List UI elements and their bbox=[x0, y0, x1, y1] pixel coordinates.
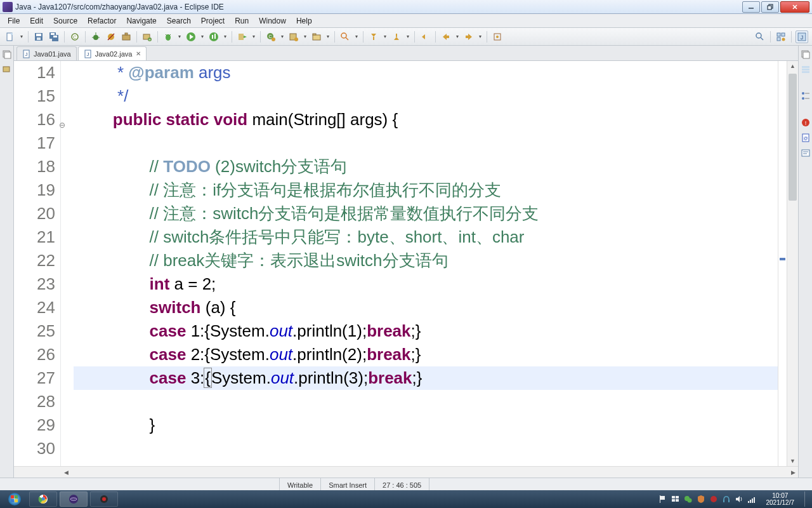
scroll-thumb[interactable] bbox=[789, 74, 797, 201]
javadoc-view-icon[interactable]: @ bbox=[800, 132, 811, 144]
save-all-button[interactable] bbox=[48, 30, 60, 43]
package-explorer-icon[interactable] bbox=[1, 64, 13, 75]
restore-right-view-button[interactable] bbox=[800, 48, 811, 60]
run-last-dropdown[interactable]: ▾ bbox=[251, 34, 256, 39]
forward-dropdown[interactable]: ▾ bbox=[478, 34, 483, 39]
tray-windows-icon[interactable] bbox=[671, 495, 680, 504]
menu-edit[interactable]: Edit bbox=[25, 15, 48, 27]
overview-ruler[interactable] bbox=[778, 61, 787, 466]
tray-record-icon[interactable] bbox=[709, 495, 718, 504]
back-dropdown[interactable]: ▾ bbox=[455, 34, 460, 39]
prev-annotation-button[interactable] bbox=[390, 30, 403, 43]
pin-editor-button[interactable] bbox=[491, 30, 504, 43]
main-toolbar: ▾ C + ▾ ▾ ▾ ▾ C▾ ▾ ▾ ▾ ▾ ▾ ▾ ▾ J bbox=[0, 28, 812, 46]
restore-view-button[interactable] bbox=[1, 48, 13, 60]
declaration-view-icon[interactable] bbox=[800, 147, 811, 159]
svg-text:@: @ bbox=[803, 136, 808, 140]
taskbar-chrome[interactable] bbox=[29, 491, 57, 507]
forward-button[interactable] bbox=[462, 30, 475, 43]
search-button[interactable] bbox=[339, 30, 351, 43]
java-perspective-button[interactable]: J bbox=[796, 30, 808, 43]
tray-flag-icon[interactable] bbox=[658, 495, 667, 504]
new-folder-dropdown[interactable]: ▾ bbox=[325, 34, 331, 39]
tray-headset-icon[interactable] bbox=[722, 495, 731, 504]
scroll-up-button[interactable]: ▲ bbox=[787, 61, 798, 71]
tray-network-icon[interactable] bbox=[747, 495, 756, 504]
menu-window[interactable]: Window bbox=[254, 15, 291, 27]
debug-button[interactable] bbox=[162, 30, 174, 43]
code-editor[interactable]: 1415161718192021222324252627282930 * @pa… bbox=[14, 61, 798, 466]
editor-area: JJava01.javaJJava02.java✕ 14151617181920… bbox=[14, 46, 798, 478]
search-dropdown[interactable]: ▾ bbox=[354, 34, 359, 39]
svg-rect-8 bbox=[36, 34, 41, 36]
debug-toolbar-button[interactable] bbox=[89, 30, 102, 43]
taskbar-recorder[interactable] bbox=[90, 491, 118, 507]
show-desktop-button[interactable] bbox=[804, 491, 809, 507]
svg-rect-87 bbox=[11, 495, 14, 498]
editor-tab-0[interactable]: JJava01.java bbox=[16, 46, 77, 60]
prev-edit-button[interactable] bbox=[419, 30, 431, 43]
outline-view-icon[interactable] bbox=[800, 90, 811, 102]
prev-annotation-dropdown[interactable]: ▾ bbox=[405, 34, 410, 39]
horizontal-scrollbar[interactable]: ◀ ▶ bbox=[14, 466, 798, 478]
new-button[interactable] bbox=[4, 30, 16, 43]
editor-tab-1[interactable]: JJava02.java✕ bbox=[78, 46, 147, 60]
debug-dropdown[interactable]: ▾ bbox=[177, 34, 182, 39]
new-project-button[interactable] bbox=[287, 30, 300, 43]
run-last-button[interactable] bbox=[236, 30, 249, 43]
quick-access-button[interactable] bbox=[754, 30, 766, 43]
svg-marker-108 bbox=[736, 496, 740, 502]
open-type-button[interactable]: C bbox=[69, 30, 81, 43]
svg-line-29 bbox=[169, 34, 171, 36]
open-perspective-button[interactable] bbox=[775, 30, 787, 43]
vertical-scrollbar[interactable]: ▲ ▼ bbox=[787, 61, 798, 466]
tray-shield-icon[interactable] bbox=[697, 495, 705, 504]
menu-project[interactable]: Project bbox=[196, 15, 230, 27]
menu-run[interactable]: Run bbox=[230, 15, 254, 27]
svg-line-28 bbox=[166, 34, 167, 36]
skip-breakpoints-button[interactable] bbox=[105, 30, 117, 43]
run-dropdown[interactable]: ▾ bbox=[200, 34, 205, 39]
menu-help[interactable]: Help bbox=[291, 15, 317, 27]
new-class-dropdown[interactable]: ▾ bbox=[280, 34, 285, 39]
next-annotation-dropdown[interactable]: ▾ bbox=[383, 34, 388, 39]
workspace: JJava01.javaJJava02.java✕ 14151617181920… bbox=[0, 46, 812, 478]
new-folder-button[interactable] bbox=[310, 30, 323, 43]
coverage-button[interactable] bbox=[207, 30, 220, 43]
new-project-dropdown[interactable]: ▾ bbox=[303, 34, 308, 39]
menu-source[interactable]: Source bbox=[48, 15, 82, 27]
build-button[interactable] bbox=[120, 30, 133, 43]
coverage-dropdown[interactable]: ▾ bbox=[223, 34, 228, 39]
svg-rect-47 bbox=[373, 37, 374, 40]
problems-view-icon[interactable]: ! bbox=[800, 117, 811, 128]
tasks-view-icon[interactable] bbox=[800, 64, 811, 75]
taskbar-clock[interactable]: 10:07 2021/12/7 bbox=[761, 492, 800, 506]
svg-marker-36 bbox=[244, 36, 247, 38]
minimize-button[interactable] bbox=[742, 1, 760, 13]
menu-search[interactable]: Search bbox=[162, 15, 196, 27]
scroll-left-button[interactable]: ◀ bbox=[61, 467, 71, 478]
new-package-button[interactable]: + bbox=[141, 30, 154, 43]
start-button[interactable] bbox=[3, 491, 27, 507]
code-text-area[interactable]: * @param args */ public static void main… bbox=[74, 61, 778, 466]
tray-volume-icon[interactable] bbox=[735, 495, 743, 504]
next-annotation-button[interactable] bbox=[367, 30, 380, 43]
menu-file[interactable]: File bbox=[3, 15, 25, 27]
menu-navigate[interactable]: Navigate bbox=[121, 15, 161, 27]
save-button[interactable] bbox=[32, 30, 45, 43]
run-button[interactable] bbox=[185, 30, 197, 43]
scroll-down-button[interactable]: ▼ bbox=[787, 456, 798, 466]
menu-refactor[interactable]: Refactor bbox=[82, 15, 121, 27]
back-button[interactable] bbox=[440, 30, 452, 43]
svg-point-39 bbox=[272, 37, 275, 41]
taskbar-eclipse[interactable] bbox=[60, 491, 88, 507]
close-button[interactable] bbox=[780, 1, 809, 13]
new-class-button[interactable]: C bbox=[265, 30, 277, 43]
scroll-right-button[interactable]: ▶ bbox=[788, 467, 798, 478]
tray-wechat-icon[interactable] bbox=[684, 495, 693, 504]
svg-marker-49 bbox=[394, 37, 399, 40]
new-dropdown[interactable]: ▾ bbox=[19, 34, 24, 39]
restore-button[interactable] bbox=[761, 1, 779, 13]
tab-close-icon[interactable]: ✕ bbox=[136, 50, 141, 57]
insert-mode-status: Smart Insert bbox=[320, 478, 374, 491]
